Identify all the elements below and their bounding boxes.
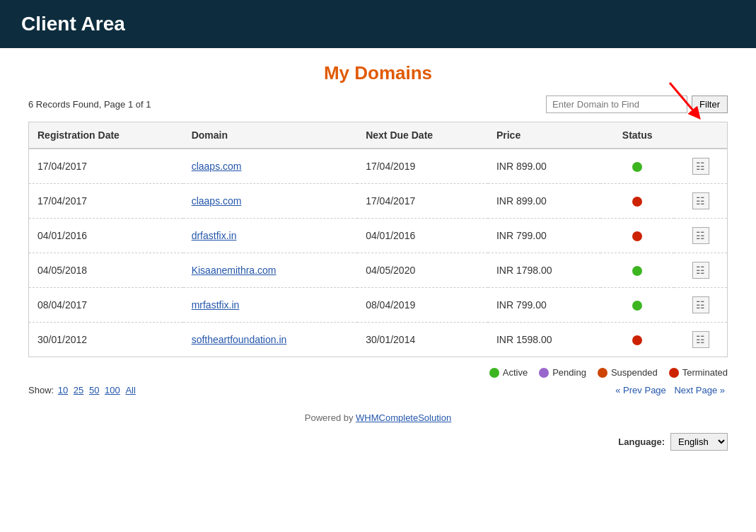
legend-terminated-label: Terminated [682,367,728,378]
show-100[interactable]: 100 [105,385,120,395]
legend-active-dot [489,368,499,378]
cell-domain: claaps.com [183,184,358,219]
manage-icon[interactable]: ☷ [692,192,709,209]
domain-link[interactable]: softheartfoundation.in [192,334,287,345]
status-dot [632,335,642,345]
legend-active-label: Active [503,367,528,378]
table-row: 04/05/2018 Kisaanemithra.com 04/05/2020 … [29,253,728,288]
cell-status [600,288,674,323]
cell-price: INR 1798.00 [488,253,600,288]
legend-terminated: Terminated [669,367,728,378]
cell-due-date: 04/01/2016 [357,219,488,253]
status-dot [632,231,642,241]
whmcs-link[interactable]: WHMCompleteSolution [356,412,451,423]
cell-status [600,184,674,219]
show-25[interactable]: 25 [74,385,83,395]
cell-reg-date: 04/01/2016 [29,219,183,253]
site-header: Client Area [0,0,756,48]
status-dot [632,197,642,207]
cell-price: INR 799.00 [488,219,600,253]
cell-price: INR 899.00 [488,149,600,184]
cell-reg-date: 17/04/2017 [29,184,183,219]
pagination-row: Show: 10 25 50 100 All « Prev Page Next … [28,385,728,395]
show-all[interactable]: All [125,385,135,395]
manage-icon[interactable]: ☷ [692,262,709,279]
col-status: Status [600,122,674,149]
legend-pending-dot [539,368,549,378]
cell-reg-date: 17/04/2017 [29,149,183,184]
table-row: 17/04/2017 claaps.com 17/04/2017 INR 899… [29,184,728,219]
col-reg-date: Registration Date [29,122,183,149]
records-info: 6 Records Found, Page 1 of 1 [28,99,151,110]
language-row: Language: English French Spanish German [28,433,728,451]
col-domain: Domain [183,122,358,149]
legend-pending-label: Pending [552,367,586,378]
cell-due-date: 17/04/2017 [357,184,488,219]
legend-suspended: Suspended [598,367,658,378]
cell-due-date: 17/04/2019 [357,149,488,184]
domain-link[interactable]: drfastfix.in [192,230,237,241]
prev-page[interactable]: « Prev Page [615,385,666,395]
cell-status [600,149,674,184]
cell-status [600,219,674,253]
col-manage [674,122,727,149]
show-10[interactable]: 10 [58,385,68,395]
domain-link[interactable]: claaps.com [192,161,242,172]
cell-domain: softheartfoundation.in [183,323,358,357]
manage-icon[interactable]: ☷ [692,158,709,175]
manage-icon[interactable]: ☷ [692,331,709,348]
footer: Powered by WHMCompleteSolution [28,412,728,423]
manage-icon[interactable]: ☷ [692,227,709,244]
language-label: Language: [618,436,665,447]
cell-status [600,323,674,357]
page-nav: « Prev Page Next Page » [612,385,728,395]
domain-link[interactable]: claaps.com [192,195,242,207]
filter-area: Filter [546,96,728,113]
table-row: 08/04/2017 mrfastfix.in 08/04/2019 INR 7… [29,288,728,323]
domains-table: Registration Date Domain Next Due Date P… [28,122,728,357]
cell-reg-date: 04/05/2018 [29,253,183,288]
legend-active: Active [489,367,528,378]
legend-pending: Pending [539,367,586,378]
next-page[interactable]: Next Page » [674,385,725,395]
cell-due-date: 30/01/2014 [357,323,488,357]
language-select[interactable]: English French Spanish German [670,433,728,451]
status-dot [632,301,642,311]
manage-icon[interactable]: ☷ [692,296,709,313]
page-title: My Domains [28,62,728,84]
cell-reg-date: 08/04/2017 [29,288,183,323]
cell-reg-date: 30/01/2012 [29,323,183,357]
show-label: Show: [28,385,54,395]
site-title: Client Area [21,13,735,35]
cell-manage: ☷ [674,253,727,288]
status-legend: Active Pending Suspended Terminated [28,367,728,378]
status-dot [632,266,642,276]
domain-link[interactable]: mrfastfix.in [192,299,240,311]
filter-button[interactable]: Filter [692,96,728,113]
show-50[interactable]: 50 [89,385,99,395]
top-bar: 6 Records Found, Page 1 of 1 Filter [28,96,728,113]
cell-manage: ☷ [674,288,727,323]
cell-price: INR 1598.00 [488,323,600,357]
table-body: 17/04/2017 claaps.com 17/04/2019 INR 899… [29,149,728,357]
cell-price: INR 899.00 [488,184,600,219]
legend-suspended-dot [598,368,607,378]
col-price: Price [488,122,600,149]
cell-due-date: 04/05/2020 [357,253,488,288]
table-container: Registration Date Domain Next Due Date P… [28,122,728,357]
cell-domain: mrfastfix.in [183,288,358,323]
cell-status [600,253,674,288]
main-content: My Domains 6 Records Found, Page 1 of 1 … [0,48,756,465]
domain-link[interactable]: Kisaanemithra.com [192,265,277,276]
cell-price: INR 799.00 [488,288,600,323]
show-links: Show: 10 25 50 100 All [28,385,137,395]
status-dot [632,162,642,172]
table-row: 17/04/2017 claaps.com 17/04/2019 INR 899… [29,149,728,184]
col-due-date: Next Due Date [357,122,488,149]
domain-filter-input[interactable] [546,96,687,113]
table-row: 04/01/2016 drfastfix.in 04/01/2016 INR 7… [29,219,728,253]
cell-manage: ☷ [674,184,727,219]
table-header: Registration Date Domain Next Due Date P… [29,122,728,149]
cell-domain: claaps.com [183,149,358,184]
cell-due-date: 08/04/2019 [357,288,488,323]
